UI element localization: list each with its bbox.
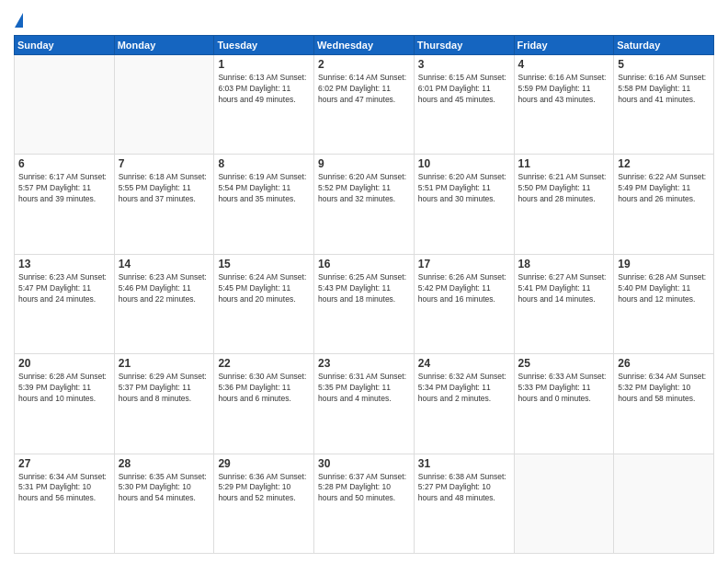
day-number: 3 bbox=[418, 58, 510, 71]
day-info: Sunrise: 6:16 AM Sunset: 5:59 PM Dayligh… bbox=[518, 73, 610, 106]
day-number: 2 bbox=[318, 58, 410, 71]
calendar-cell: 5Sunrise: 6:16 AM Sunset: 5:58 PM Daylig… bbox=[614, 55, 714, 155]
calendar-cell: 1Sunrise: 6:13 AM Sunset: 6:03 PM Daylig… bbox=[214, 55, 314, 155]
calendar-cell: 7Sunrise: 6:18 AM Sunset: 5:55 PM Daylig… bbox=[114, 155, 214, 254]
calendar-cell: 25Sunrise: 6:33 AM Sunset: 5:33 PM Dayli… bbox=[514, 354, 614, 454]
calendar-cell: 29Sunrise: 6:36 AM Sunset: 5:29 PM Dayli… bbox=[214, 454, 314, 553]
day-info: Sunrise: 6:18 AM Sunset: 5:55 PM Dayligh… bbox=[119, 172, 210, 205]
calendar-cell: 27Sunrise: 6:34 AM Sunset: 5:31 PM Dayli… bbox=[15, 454, 115, 553]
day-number: 5 bbox=[618, 58, 710, 71]
day-info: Sunrise: 6:33 AM Sunset: 5:33 PM Dayligh… bbox=[518, 372, 610, 405]
day-number: 25 bbox=[518, 357, 610, 370]
calendar-cell bbox=[614, 454, 714, 553]
logo bbox=[14, 13, 23, 28]
day-info: Sunrise: 6:28 AM Sunset: 5:40 PM Dayligh… bbox=[618, 272, 710, 305]
day-number: 16 bbox=[318, 258, 410, 270]
calendar-table: SundayMondayTuesdayWednesdayThursdayFrid… bbox=[14, 35, 714, 554]
day-number: 28 bbox=[119, 457, 210, 470]
day-number: 12 bbox=[618, 157, 710, 170]
day-info: Sunrise: 6:27 AM Sunset: 5:41 PM Dayligh… bbox=[518, 272, 610, 305]
day-info: Sunrise: 6:21 AM Sunset: 5:50 PM Dayligh… bbox=[518, 172, 610, 205]
day-info: Sunrise: 6:38 AM Sunset: 5:27 PM Dayligh… bbox=[418, 472, 510, 505]
day-info: Sunrise: 6:19 AM Sunset: 5:54 PM Dayligh… bbox=[218, 172, 310, 205]
weekday-header-thursday: Thursday bbox=[414, 36, 514, 55]
day-info: Sunrise: 6:20 AM Sunset: 5:51 PM Dayligh… bbox=[418, 172, 510, 205]
weekday-header-friday: Friday bbox=[514, 36, 614, 55]
day-info: Sunrise: 6:34 AM Sunset: 5:31 PM Dayligh… bbox=[18, 472, 110, 505]
day-number: 26 bbox=[618, 357, 710, 370]
logo-icon bbox=[15, 13, 23, 28]
calendar-cell: 26Sunrise: 6:34 AM Sunset: 5:32 PM Dayli… bbox=[614, 354, 714, 454]
day-number: 8 bbox=[218, 157, 310, 170]
calendar-cell: 21Sunrise: 6:29 AM Sunset: 5:37 PM Dayli… bbox=[114, 354, 214, 454]
day-info: Sunrise: 6:29 AM Sunset: 5:37 PM Dayligh… bbox=[119, 372, 210, 405]
calendar-cell: 9Sunrise: 6:20 AM Sunset: 5:52 PM Daylig… bbox=[314, 155, 415, 254]
calendar-cell: 13Sunrise: 6:23 AM Sunset: 5:47 PM Dayli… bbox=[15, 254, 115, 353]
day-number: 29 bbox=[218, 457, 310, 470]
weekday-header-saturday: Saturday bbox=[614, 36, 714, 55]
day-number: 6 bbox=[18, 157, 110, 170]
day-number: 22 bbox=[218, 357, 310, 370]
calendar-cell: 16Sunrise: 6:25 AM Sunset: 5:43 PM Dayli… bbox=[314, 254, 415, 353]
day-info: Sunrise: 6:16 AM Sunset: 5:58 PM Dayligh… bbox=[618, 73, 710, 106]
week-row-2: 13Sunrise: 6:23 AM Sunset: 5:47 PM Dayli… bbox=[15, 254, 714, 353]
weekday-header-sunday: Sunday bbox=[15, 36, 115, 55]
calendar-cell: 2Sunrise: 6:14 AM Sunset: 6:02 PM Daylig… bbox=[314, 55, 415, 155]
header bbox=[14, 9, 714, 28]
week-row-4: 27Sunrise: 6:34 AM Sunset: 5:31 PM Dayli… bbox=[15, 454, 714, 553]
day-number: 27 bbox=[18, 457, 110, 470]
day-number: 13 bbox=[18, 258, 110, 270]
day-number: 15 bbox=[218, 258, 310, 270]
day-info: Sunrise: 6:37 AM Sunset: 5:28 PM Dayligh… bbox=[318, 472, 410, 505]
day-number: 11 bbox=[518, 157, 610, 170]
day-number: 7 bbox=[119, 157, 210, 170]
calendar-cell bbox=[15, 55, 115, 155]
day-info: Sunrise: 6:20 AM Sunset: 5:52 PM Dayligh… bbox=[318, 172, 410, 205]
calendar-cell: 12Sunrise: 6:22 AM Sunset: 5:49 PM Dayli… bbox=[614, 155, 714, 254]
day-number: 17 bbox=[418, 258, 510, 270]
day-info: Sunrise: 6:25 AM Sunset: 5:43 PM Dayligh… bbox=[318, 272, 410, 305]
calendar-header: SundayMondayTuesdayWednesdayThursdayFrid… bbox=[15, 36, 714, 55]
calendar-cell: 10Sunrise: 6:20 AM Sunset: 5:51 PM Dayli… bbox=[414, 155, 514, 254]
calendar-cell: 19Sunrise: 6:28 AM Sunset: 5:40 PM Dayli… bbox=[614, 254, 714, 353]
day-number: 18 bbox=[518, 258, 610, 270]
calendar-cell: 24Sunrise: 6:32 AM Sunset: 5:34 PM Dayli… bbox=[414, 354, 514, 454]
day-info: Sunrise: 6:23 AM Sunset: 5:47 PM Dayligh… bbox=[18, 272, 110, 305]
calendar-cell: 23Sunrise: 6:31 AM Sunset: 5:35 PM Dayli… bbox=[314, 354, 415, 454]
calendar-cell bbox=[114, 55, 214, 155]
calendar-cell: 6Sunrise: 6:17 AM Sunset: 5:57 PM Daylig… bbox=[15, 155, 115, 254]
week-row-3: 20Sunrise: 6:28 AM Sunset: 5:39 PM Dayli… bbox=[15, 354, 714, 454]
calendar-cell: 20Sunrise: 6:28 AM Sunset: 5:39 PM Dayli… bbox=[15, 354, 115, 454]
day-info: Sunrise: 6:14 AM Sunset: 6:02 PM Dayligh… bbox=[318, 73, 410, 106]
day-number: 30 bbox=[318, 457, 410, 470]
calendar-cell: 17Sunrise: 6:26 AM Sunset: 5:42 PM Dayli… bbox=[414, 254, 514, 353]
week-row-0: 1Sunrise: 6:13 AM Sunset: 6:03 PM Daylig… bbox=[15, 55, 714, 155]
day-info: Sunrise: 6:15 AM Sunset: 6:01 PM Dayligh… bbox=[418, 73, 510, 106]
week-row-1: 6Sunrise: 6:17 AM Sunset: 5:57 PM Daylig… bbox=[15, 155, 714, 254]
calendar-cell: 4Sunrise: 6:16 AM Sunset: 5:59 PM Daylig… bbox=[514, 55, 614, 155]
day-number: 21 bbox=[119, 357, 210, 370]
day-info: Sunrise: 6:22 AM Sunset: 5:49 PM Dayligh… bbox=[618, 172, 710, 205]
weekday-header-monday: Monday bbox=[114, 36, 214, 55]
day-info: Sunrise: 6:26 AM Sunset: 5:42 PM Dayligh… bbox=[418, 272, 510, 305]
day-number: 1 bbox=[218, 58, 310, 71]
calendar-cell bbox=[514, 454, 614, 553]
day-number: 4 bbox=[518, 58, 610, 71]
calendar-cell: 18Sunrise: 6:27 AM Sunset: 5:41 PM Dayli… bbox=[514, 254, 614, 353]
day-info: Sunrise: 6:28 AM Sunset: 5:39 PM Dayligh… bbox=[18, 372, 110, 405]
calendar-cell: 8Sunrise: 6:19 AM Sunset: 5:54 PM Daylig… bbox=[214, 155, 314, 254]
weekday-header-tuesday: Tuesday bbox=[214, 36, 314, 55]
calendar-cell: 11Sunrise: 6:21 AM Sunset: 5:50 PM Dayli… bbox=[514, 155, 614, 254]
weekday-header-wednesday: Wednesday bbox=[314, 36, 415, 55]
calendar-cell: 3Sunrise: 6:15 AM Sunset: 6:01 PM Daylig… bbox=[414, 55, 514, 155]
day-info: Sunrise: 6:34 AM Sunset: 5:32 PM Dayligh… bbox=[618, 372, 710, 405]
calendar-cell: 22Sunrise: 6:30 AM Sunset: 5:36 PM Dayli… bbox=[214, 354, 314, 454]
day-info: Sunrise: 6:23 AM Sunset: 5:46 PM Dayligh… bbox=[119, 272, 210, 305]
day-info: Sunrise: 6:35 AM Sunset: 5:30 PM Dayligh… bbox=[119, 472, 210, 505]
day-number: 14 bbox=[119, 258, 210, 270]
day-number: 20 bbox=[18, 357, 110, 370]
calendar-body: 1Sunrise: 6:13 AM Sunset: 6:03 PM Daylig… bbox=[15, 55, 714, 554]
calendar-cell: 28Sunrise: 6:35 AM Sunset: 5:30 PM Dayli… bbox=[114, 454, 214, 553]
day-info: Sunrise: 6:13 AM Sunset: 6:03 PM Dayligh… bbox=[218, 73, 310, 106]
page-container: SundayMondayTuesdayWednesdayThursdayFrid… bbox=[0, 0, 728, 563]
